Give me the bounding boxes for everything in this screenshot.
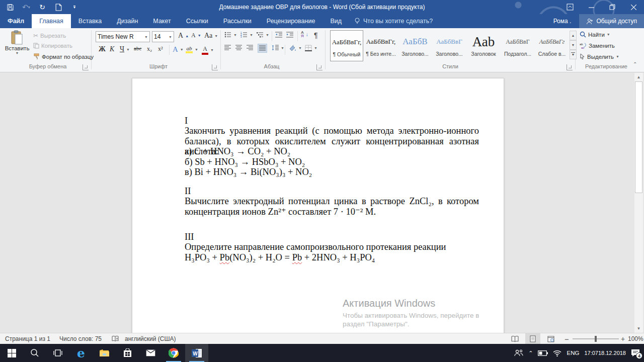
style-no-spacing[interactable]: АаБбВвГг, ¶ Без инте... xyxy=(364,30,397,61)
tray-expand-icon[interactable]: ⌃ xyxy=(528,350,533,356)
strikethrough-button[interactable]: abc xyxy=(134,45,141,51)
language-indicator[interactable]: английский (США) xyxy=(125,333,176,344)
account-name[interactable]: Рома . xyxy=(553,18,572,25)
tab-view[interactable]: Вид xyxy=(323,14,349,28)
edge-icon[interactable]: e xyxy=(69,344,93,362)
replace-button[interactable]: abac Заменить xyxy=(580,42,615,49)
microsoft-store-icon[interactable] xyxy=(116,344,139,362)
bold-button[interactable]: Ж xyxy=(99,45,106,53)
document-page[interactable]: I Закончить уравнения реакций (с помощью… xyxy=(132,78,504,333)
task-view-icon[interactable] xyxy=(46,344,69,362)
mail-icon[interactable] xyxy=(139,344,162,362)
customize-qat-icon[interactable]: ▾ xyxy=(67,1,82,13)
styles-scroll-down-icon[interactable]: ▼ xyxy=(570,40,577,50)
align-right-button[interactable] xyxy=(247,45,253,51)
wifi-icon[interactable] xyxy=(553,350,561,356)
zoom-level[interactable]: 100% xyxy=(628,333,643,344)
style-normal[interactable]: АаБбВвГг, ¶ Обычный xyxy=(330,30,363,61)
find-button[interactable]: Найти▼ xyxy=(580,31,610,38)
print-layout-icon[interactable] xyxy=(525,333,540,344)
page-indicator[interactable]: Страница 1 из 1 xyxy=(5,333,50,344)
style-subtle-emphasis[interactable]: АаБбВвГг Слабое в... xyxy=(535,30,569,61)
new-document-icon[interactable] xyxy=(51,1,65,13)
select-button[interactable]: Выделить▼ xyxy=(580,53,619,60)
tab-mailings[interactable]: Рассылки xyxy=(216,14,259,28)
font-dialog-launcher-icon[interactable] xyxy=(212,64,218,70)
paragraph-dialog-launcher-icon[interactable] xyxy=(316,64,323,70)
undo-icon[interactable]: ↶▾ xyxy=(19,1,33,13)
styles-dialog-launcher-icon[interactable] xyxy=(567,64,573,70)
show-paragraph-marks-button[interactable]: ¶ xyxy=(314,31,318,39)
align-center-button[interactable] xyxy=(235,45,242,51)
clipboard-dialog-launcher-icon[interactable] xyxy=(83,64,89,70)
style-subtitle[interactable]: АаБбВвГ Подзагол... xyxy=(501,30,534,61)
sort-button[interactable]: АЯ ↓ xyxy=(301,31,308,38)
style-title[interactable]: Ааb Заголовок xyxy=(467,30,500,61)
styles-scroll-up-icon[interactable]: ▲ xyxy=(570,31,577,40)
change-case-button[interactable]: Аа▼ xyxy=(204,32,218,40)
word-count[interactable]: Число слов: 75 xyxy=(59,333,102,344)
text-effects-button[interactable]: А▼ xyxy=(173,45,184,54)
word-icon[interactable]: W xyxy=(185,344,208,362)
vertical-scrollbar[interactable]: ▲ ▼ xyxy=(634,73,643,333)
web-layout-icon[interactable] xyxy=(543,333,558,344)
repeat-icon[interactable]: ↻ xyxy=(35,1,49,13)
tab-file[interactable]: Файл xyxy=(0,14,32,28)
file-explorer-icon[interactable] xyxy=(93,344,116,362)
zoom-slider-thumb[interactable] xyxy=(595,336,597,342)
justify-button[interactable] xyxy=(258,44,267,53)
font-size-combo[interactable]: 14▼ xyxy=(152,31,174,42)
style-heading2[interactable]: АаБбВвГ Заголово... xyxy=(433,30,466,61)
font-color-button[interactable]: А ▼ xyxy=(202,45,214,55)
shading-button[interactable]: ▼ xyxy=(289,45,302,51)
zoom-out-icon[interactable]: − xyxy=(565,333,569,344)
format-painter-button[interactable]: Формат по образцу xyxy=(33,53,94,60)
line-spacing-button[interactable]: ▼ xyxy=(272,45,284,51)
close-icon[interactable] xyxy=(623,0,644,14)
borders-button[interactable]: ▼ xyxy=(305,45,317,51)
bullets-button[interactable]: ▼ xyxy=(224,32,237,38)
decrease-indent-button[interactable] xyxy=(275,32,282,38)
scrollbar-thumb[interactable] xyxy=(635,81,642,193)
ribbon-display-options-icon[interactable] xyxy=(559,0,581,14)
start-button[interactable] xyxy=(0,344,23,362)
taskbar-search-icon[interactable] xyxy=(23,344,46,362)
paste-button[interactable]: Вставить ▼ xyxy=(4,30,30,68)
align-left-button[interactable] xyxy=(224,45,231,51)
battery-icon[interactable] xyxy=(538,350,548,356)
read-mode-icon[interactable] xyxy=(507,333,522,344)
copy-button[interactable]: Копировать xyxy=(33,43,72,49)
scroll-up-icon[interactable]: ▲ xyxy=(634,73,643,81)
tab-home[interactable]: Главная xyxy=(32,14,71,28)
taskbar-clock[interactable]: 17:0718.12.2018 xyxy=(584,350,626,356)
cut-button[interactable]: ✂ Вырезать xyxy=(33,32,66,39)
styles-more-icon[interactable]: ▼ xyxy=(570,50,577,59)
underline-button[interactable]: Ч▼ xyxy=(120,45,130,53)
collapse-ribbon-icon[interactable]: ⌃ xyxy=(633,61,637,67)
tab-review[interactable]: Рецензирование xyxy=(259,14,323,28)
chrome-icon[interactable] xyxy=(162,344,185,362)
tellme-box[interactable]: Что вы хотите сделать? xyxy=(349,14,438,28)
subscript-button[interactable]: x₂ xyxy=(147,45,152,53)
save-icon[interactable] xyxy=(3,1,17,13)
action-center-icon[interactable]: 4 xyxy=(631,349,640,357)
font-name-combo[interactable]: Times New R▼ xyxy=(96,31,150,42)
tab-layout[interactable]: Макет xyxy=(145,14,178,28)
scroll-down-icon[interactable]: ▼ xyxy=(634,324,643,333)
numbering-button[interactable]: 123▼ xyxy=(240,32,253,38)
highlight-button[interactable]: ab ▼ xyxy=(186,45,198,53)
shrink-font-button[interactable]: А▼ xyxy=(191,32,201,39)
grow-font-button[interactable]: А▲ xyxy=(178,32,189,40)
multilevel-list-button[interactable]: ▼ xyxy=(257,32,269,38)
tab-insert[interactable]: Вставка xyxy=(71,14,109,28)
minimize-icon[interactable] xyxy=(581,0,602,14)
increase-indent-button[interactable] xyxy=(286,32,293,38)
tab-references[interactable]: Ссылки xyxy=(179,14,216,28)
restore-icon[interactable] xyxy=(602,0,623,14)
tab-design[interactable]: Дизайн xyxy=(109,14,145,28)
zoom-in-icon[interactable]: + xyxy=(621,333,625,344)
proofing-errors-icon[interactable] xyxy=(112,333,119,344)
italic-button[interactable]: К xyxy=(110,45,114,53)
people-icon[interactable] xyxy=(514,349,523,356)
style-heading1[interactable]: АаБбВ Заголово... xyxy=(398,30,432,61)
